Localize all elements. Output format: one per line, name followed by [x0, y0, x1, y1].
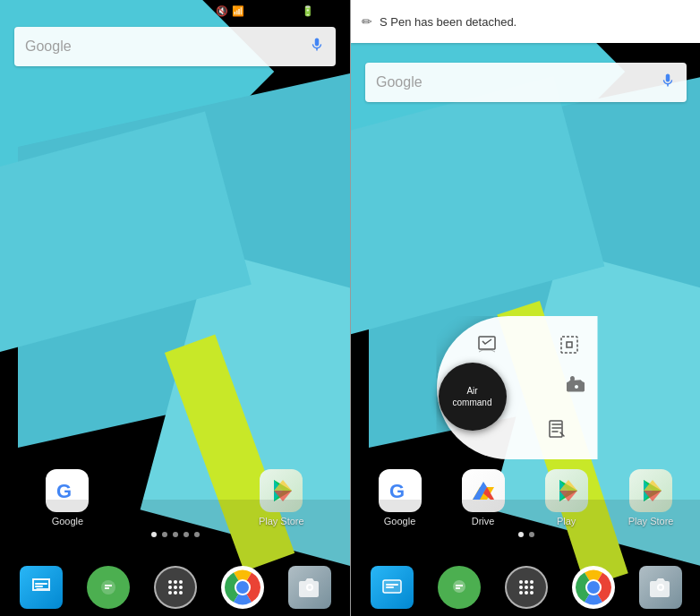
search-placeholder-left: Google — [25, 38, 309, 55]
notification-text: S Pen has been detached. — [380, 15, 690, 29]
battery-icon: 🔋 — [302, 5, 314, 17]
svg-point-39 — [525, 580, 528, 584]
search-bar-left[interactable]: Google — [14, 27, 336, 66]
dock-chrome-right[interactable] — [572, 566, 615, 609]
dock-hangouts-left[interactable] — [87, 566, 130, 609]
svg-point-13 — [179, 586, 183, 589]
chrome-icon-right — [572, 566, 615, 609]
svg-point-19 — [236, 581, 249, 594]
svg-point-38 — [519, 580, 523, 584]
svg-point-8 — [168, 580, 172, 584]
left-phone: 🔇 📶 ▲▲▲ 79% 🔋 17:56 Google G Google — [0, 0, 350, 616]
smart-select-icon[interactable] — [555, 330, 584, 359]
dock-apps-left — [0, 566, 350, 609]
messages-icon-left — [20, 566, 63, 609]
dock-chrome-left[interactable] — [221, 566, 264, 609]
svg-point-12 — [174, 586, 177, 589]
mic-icon-left[interactable] — [309, 37, 325, 56]
svg-point-41 — [519, 586, 523, 589]
svg-rect-36 — [386, 586, 394, 588]
camera-icon-right — [639, 566, 682, 609]
wifi-icon: 📶 — [232, 5, 244, 17]
messages-icon-right — [371, 566, 414, 609]
right-phone: ✏ S Pen has been detached. Google — [351, 0, 700, 616]
camera-icon-left — [288, 566, 331, 609]
svg-point-43 — [530, 586, 534, 589]
mute-icon: 🔇 — [216, 5, 228, 17]
svg-point-15 — [174, 591, 177, 595]
chrome-icon-left — [221, 566, 264, 609]
dock-apps-right — [351, 566, 700, 609]
svg-rect-21 — [561, 337, 577, 353]
svg-point-16 — [179, 591, 183, 595]
dock-messages-left[interactable] — [20, 566, 63, 609]
dock-left — [0, 500, 350, 616]
svg-rect-5 — [35, 583, 47, 585]
air-command-menu[interactable]: Air command — [419, 316, 598, 477]
hangouts-icon-left — [87, 566, 130, 609]
search-placeholder-right: Google — [376, 74, 660, 90]
signal-icon: ▲▲▲ — [248, 6, 275, 16]
air-command-label: Air command — [453, 385, 492, 408]
dock-apps-btn-right[interactable] — [505, 566, 548, 609]
svg-point-10 — [179, 580, 183, 584]
svg-point-49 — [587, 581, 600, 594]
svg-point-14 — [168, 591, 172, 595]
clip-icon[interactable] — [562, 370, 591, 398]
svg-point-42 — [525, 586, 528, 589]
screen-write-icon[interactable] — [473, 330, 501, 359]
svg-point-46 — [530, 591, 534, 595]
svg-rect-22 — [550, 421, 562, 437]
air-command-center-button[interactable]: Air command — [439, 363, 507, 431]
mic-icon-right[interactable] — [660, 73, 676, 92]
svg-point-45 — [525, 591, 528, 595]
svg-rect-35 — [386, 584, 398, 586]
dock-camera-left[interactable] — [288, 566, 331, 609]
svg-point-40 — [530, 580, 534, 584]
svg-point-9 — [174, 580, 177, 584]
dock-apps-btn-left[interactable] — [154, 566, 197, 609]
notification-bar: ✏ S Pen has been detached. — [351, 0, 700, 43]
svg-rect-6 — [35, 586, 43, 587]
dock-right — [351, 500, 700, 616]
svg-point-44 — [519, 591, 523, 595]
dock-messages-right[interactable] — [371, 566, 414, 609]
dock-camera-right[interactable] — [639, 566, 682, 609]
hangouts-icon-right — [438, 566, 481, 609]
search-bar-right[interactable]: Google — [365, 63, 687, 102]
dock-hangouts-right[interactable] — [438, 566, 481, 609]
pen-icon: ✏ — [362, 14, 372, 29]
apps-icon-left — [154, 566, 197, 609]
status-bar-left: 🔇 📶 ▲▲▲ 79% 🔋 17:56 — [0, 0, 350, 21]
time-display: 17:56 — [318, 5, 343, 16]
battery-text: 79% — [278, 5, 298, 16]
svg-point-11 — [168, 586, 172, 589]
screen-memo-icon[interactable] — [542, 415, 571, 443]
apps-icon-right — [505, 566, 548, 609]
